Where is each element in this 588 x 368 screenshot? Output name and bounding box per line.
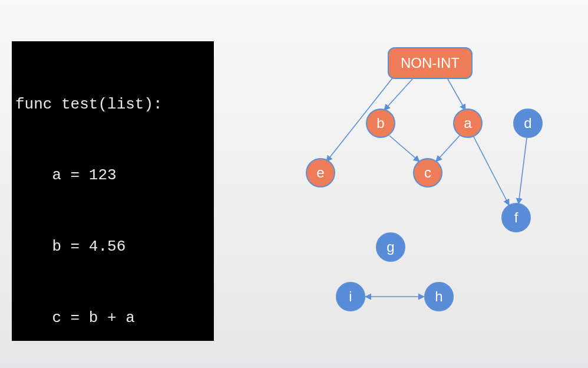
- node-f: f: [501, 203, 531, 232]
- type-graph: NON-INT b a d e c f g i h: [247, 35, 577, 330]
- node-d: d: [513, 109, 543, 138]
- code-line: func test(list):: [15, 93, 208, 116]
- graph-edges: [247, 35, 577, 330]
- node-i: i: [336, 282, 365, 311]
- code-line: a = 123: [15, 163, 208, 187]
- stage: func test(list): a = 123 b = 4.56 c = b …: [0, 0, 588, 368]
- edge-a-c: [436, 136, 460, 162]
- edge-b-c: [389, 136, 419, 162]
- edge-nonint-b: [384, 79, 412, 110]
- node-a: a: [453, 109, 483, 138]
- edge-nonint-a: [448, 79, 465, 110]
- node-b: b: [366, 109, 395, 138]
- node-g: g: [376, 232, 405, 262]
- code-line: b = 4.56: [15, 235, 208, 258]
- code-block: func test(list): a = 123 b = 4.56 c = b …: [12, 41, 214, 341]
- node-h: h: [424, 282, 454, 311]
- node-e: e: [306, 158, 335, 188]
- node-non-int: NON-INT: [388, 47, 473, 79]
- code-line: c = b + a: [15, 306, 208, 330]
- node-c: c: [413, 158, 442, 188]
- edge-d-f: [518, 138, 527, 204]
- edge-a-f: [474, 137, 509, 205]
